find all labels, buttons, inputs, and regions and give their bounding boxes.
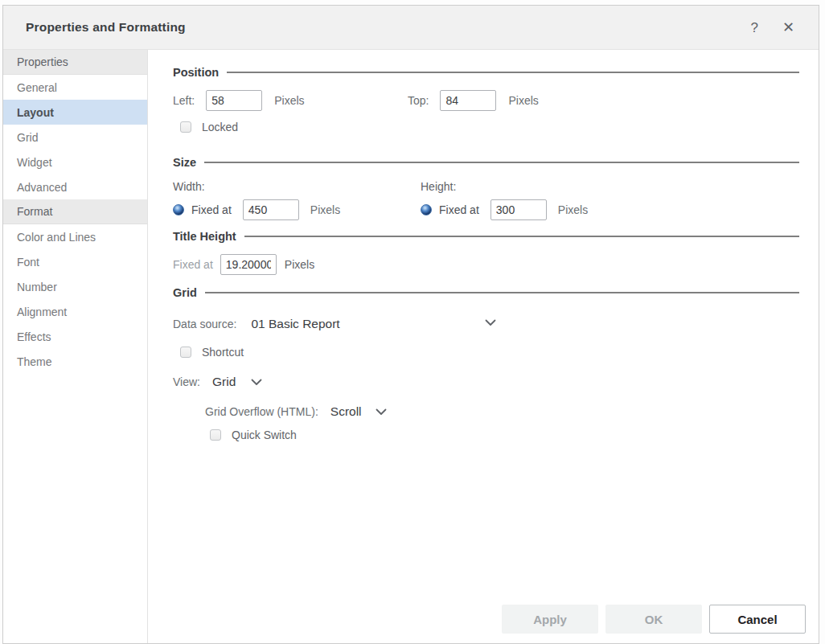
position-row: Left: Pixels Top: Pixels	[173, 90, 799, 111]
close-icon[interactable]: ✕	[782, 20, 794, 35]
title-height-fixed-label: Fixed at	[173, 258, 213, 271]
data-source-label: Data source:	[173, 318, 236, 330]
left-label: Left:	[173, 94, 195, 107]
sidebar-item-color-and-lines[interactable]: Color and Lines	[3, 224, 147, 249]
width-fixed-label: Fixed at	[191, 203, 232, 216]
data-source-dropdown[interactable]: 01 Basic Report	[251, 317, 339, 331]
shortcut-checkbox[interactable]	[180, 347, 191, 358]
view-dropdown[interactable]: Grid	[212, 375, 236, 389]
cancel-button[interactable]: Cancel	[709, 605, 806, 634]
sidebar-item-theme[interactable]: Theme	[3, 349, 147, 374]
locked-row: Locked	[173, 121, 799, 133]
section-rule	[204, 162, 799, 163]
height-input[interactable]	[490, 199, 547, 220]
locked-checkbox[interactable]	[180, 121, 191, 133]
grid-section-header: Grid	[173, 285, 799, 301]
grid-overflow-label: Grid Overflow (HTML):	[205, 405, 318, 418]
help-icon[interactable]: ?	[750, 21, 757, 35]
ok-button[interactable]: OK	[605, 605, 702, 634]
left-input[interactable]	[206, 90, 262, 111]
sidebar-item-general[interactable]: General	[3, 75, 147, 100]
size-section-title: Size	[173, 156, 196, 169]
sidebar-item-advanced[interactable]: Advanced	[3, 174, 147, 199]
sidebar-section-properties: Properties	[3, 50, 147, 75]
properties-dialog: Properties and Formatting ? ✕ Properties…	[2, 5, 819, 644]
left-group: Left: Pixels	[173, 90, 408, 111]
top-label: Top:	[408, 94, 429, 107]
height-label: Height:	[421, 180, 668, 193]
shortcut-row: Shortcut	[173, 346, 799, 359]
quick-switch-row: Quick Switch	[173, 429, 799, 441]
height-column: Height: Fixed at Pixels	[421, 180, 668, 220]
position-section-header: Position	[173, 64, 799, 80]
top-group: Top: Pixels	[408, 90, 642, 111]
view-label: View:	[173, 375, 200, 388]
position-section-title: Position	[173, 66, 219, 79]
size-row: Width: Fixed at Pixels Height: Fixed at	[173, 180, 799, 220]
width-label: Width:	[173, 180, 421, 193]
sidebar-item-layout[interactable]: Layout	[3, 100, 147, 125]
grid-section-title: Grid	[173, 286, 197, 299]
title-height-section-title: Title Height	[173, 230, 236, 243]
width-input[interactable]	[243, 199, 299, 220]
sidebar-item-alignment[interactable]: Alignment	[3, 299, 147, 324]
chevron-down-icon[interactable]	[485, 319, 496, 326]
sidebar-item-widget[interactable]: Widget	[3, 150, 147, 174]
width-unit-label: Pixels	[310, 203, 340, 216]
width-column: Width: Fixed at Pixels	[173, 180, 421, 220]
height-fixed-label: Fixed at	[439, 203, 479, 216]
dialog-titlebar: Properties and Formatting ? ✕	[3, 6, 819, 50]
title-height-section-header: Title Height	[173, 228, 799, 244]
view-row: View: Grid	[173, 375, 799, 389]
dialog-title: Properties and Formatting	[26, 20, 186, 35]
shortcut-label: Shortcut	[202, 346, 244, 359]
data-source-row: Data source: 01 Basic Report	[173, 314, 799, 334]
sidebar-item-font[interactable]: Font	[3, 249, 147, 274]
sidebar-item-grid[interactable]: Grid	[3, 125, 147, 150]
height-unit-label: Pixels	[558, 203, 588, 216]
left-unit-label: Pixels	[274, 94, 304, 107]
dialog-footer: Apply OK Cancel	[502, 605, 806, 634]
quick-switch-checkbox[interactable]	[210, 429, 221, 441]
sidebar: Properties General Layout Grid Widget Ad…	[3, 50, 148, 644]
quick-switch-label: Quick Switch	[232, 429, 297, 441]
locked-label: Locked	[202, 121, 238, 133]
chevron-down-icon[interactable]	[251, 379, 262, 386]
title-height-input[interactable]	[220, 254, 277, 275]
sidebar-item-number[interactable]: Number	[3, 274, 147, 299]
sidebar-item-effects[interactable]: Effects	[3, 324, 147, 349]
width-fixed-row: Fixed at Pixels	[173, 199, 421, 220]
height-fixed-row: Fixed at Pixels	[421, 199, 668, 220]
section-rule	[205, 292, 799, 293]
title-height-row: Fixed at Pixels	[173, 254, 799, 275]
dialog-body: Properties General Layout Grid Widget Ad…	[3, 50, 819, 644]
width-fixed-radio[interactable]	[173, 204, 184, 215]
size-section-header: Size	[173, 154, 799, 170]
chevron-down-icon[interactable]	[376, 408, 387, 416]
apply-button[interactable]: Apply	[502, 605, 598, 634]
section-rule	[227, 72, 799, 73]
grid-overflow-row: Grid Overflow (HTML): Scroll	[173, 404, 799, 419]
layout-panel: Position Left: Pixels Top: Pixels Locked	[148, 50, 819, 644]
sidebar-section-format: Format	[3, 199, 147, 224]
top-input[interactable]	[440, 90, 496, 111]
top-unit-label: Pixels	[508, 94, 538, 107]
section-rule	[244, 236, 799, 237]
height-fixed-radio[interactable]	[421, 204, 432, 215]
title-height-unit-label: Pixels	[285, 258, 314, 271]
grid-overflow-dropdown[interactable]: Scroll	[330, 404, 362, 419]
